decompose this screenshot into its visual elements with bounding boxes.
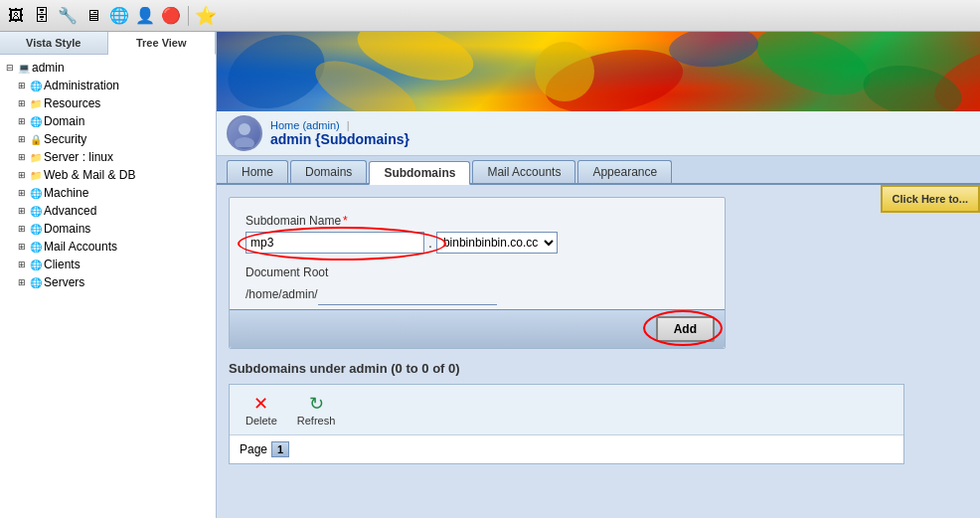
page-content: Click Here to... Subdomain Name* . binbi… xyxy=(217,185,980,518)
toolbar-star-btn[interactable]: ⭐ xyxy=(194,4,218,28)
sidebar-item-clients[interactable]: ⊞ 🌐 Clients xyxy=(0,256,216,273)
sidebar-item-resources[interactable]: ⊞ 📁 Resources xyxy=(0,94,216,112)
sidebar: Vista Style Tree View ⊟ 💻 admin ⊞ 🌐 Admi… xyxy=(0,32,217,518)
toolbar-btn-7[interactable]: 🔴 xyxy=(159,4,183,28)
add-button[interactable]: Add xyxy=(656,316,715,342)
sidebar-tab-tree[interactable]: Tree View xyxy=(108,32,217,55)
subdomain-dot: . xyxy=(428,235,432,251)
tab-home[interactable]: Home xyxy=(227,160,288,183)
breadcrumb-separator: | xyxy=(347,119,350,131)
toolbar-btn-6[interactable]: 👤 xyxy=(133,4,157,28)
tab-subdomains[interactable]: Subdomains xyxy=(369,161,470,185)
domain-icon: 🌐 xyxy=(30,116,42,127)
tree-expand-domain: ⊞ xyxy=(16,115,28,127)
toolbar-btn-4[interactable]: 🖥 xyxy=(82,4,105,28)
sidebar-item-mail-accounts[interactable]: ⊞ 🌐 Mail Accounts xyxy=(0,238,216,256)
tree-expand-security: ⊞ xyxy=(16,133,28,145)
toolbar: 🖼 🗄 🔧 🖥 🌐 👤 🔴 ⭐ xyxy=(0,0,980,32)
folder-icon: 📁 xyxy=(30,98,42,109)
tree-root[interactable]: ⊟ 💻 admin xyxy=(0,59,216,77)
refresh-label: Refresh xyxy=(297,415,336,427)
breadcrumb-top: Home (admin) | xyxy=(270,119,409,131)
delete-button[interactable]: ✕ Delete xyxy=(245,393,277,427)
toolbar-btn-5[interactable]: 🌐 xyxy=(107,4,131,28)
main-layout: Vista Style Tree View ⊟ 💻 admin ⊞ 🌐 Admi… xyxy=(0,32,980,518)
sidebar-item-domains[interactable]: ⊞ 🌐 Domains xyxy=(0,220,216,238)
tree-expand-mail: ⊞ xyxy=(16,241,28,253)
tree-label-root: admin xyxy=(32,61,65,75)
toolbar-btn-2[interactable]: 🗄 xyxy=(30,4,54,28)
sidebar-tab-vista[interactable]: Vista Style xyxy=(0,32,108,54)
domain-select[interactable]: binbinbinbin.co.cc xyxy=(436,232,558,254)
sidebar-item-advanced[interactable]: ⊞ 🌐 Advanced xyxy=(0,202,216,220)
advanced-icon: 🌐 xyxy=(30,206,42,217)
pagination: Page 1 xyxy=(230,435,903,463)
delete-label: Delete xyxy=(245,415,277,427)
breadcrumb-text: Home (admin) | admin {Subdomains} xyxy=(270,119,409,147)
subdomains-title: Subdomains under admin (0 to 0 of 0) xyxy=(229,361,968,376)
domains-icon: 🌐 xyxy=(30,224,42,235)
svg-point-6 xyxy=(667,32,759,71)
mail-icon: 🌐 xyxy=(30,242,42,253)
sidebar-label-mail-accounts: Mail Accounts xyxy=(44,240,117,254)
page-label: Page xyxy=(240,442,267,456)
sidebar-item-servers[interactable]: ⊞ 🌐 Servers xyxy=(0,273,216,291)
tree-expand-webmaildb: ⊞ xyxy=(16,169,28,181)
sidebar-item-webmaildb[interactable]: ⊞ 📁 Web & Mail & DB xyxy=(0,166,216,184)
tab-domains[interactable]: Domains xyxy=(290,160,367,183)
tab-appearance[interactable]: Appearance xyxy=(577,160,672,183)
banner-background xyxy=(217,32,980,111)
toolbar-btn-3[interactable]: 🔧 xyxy=(56,4,80,28)
breadcrumb-title: admin {Subdomains} xyxy=(270,131,409,147)
delete-icon: ✕ xyxy=(253,393,268,415)
sidebar-label-domains: Domains xyxy=(44,222,90,236)
doc-root-label: Document Root xyxy=(245,265,709,279)
tree-expand-clients: ⊞ xyxy=(16,259,28,270)
svg-point-7 xyxy=(535,42,594,101)
subdomains-section: Subdomains under admin (0 to 0 of 0) ✕ D… xyxy=(229,361,968,464)
tree-expand-root: ⊟ xyxy=(4,62,16,74)
sidebar-item-administration[interactable]: ⊞ 🌐 Administration xyxy=(0,77,216,94)
sidebar-item-server[interactable]: ⊞ 📁 Server : linux xyxy=(0,148,216,166)
banner-svg xyxy=(217,32,980,111)
sidebar-item-security[interactable]: ⊞ 🔒 Security xyxy=(0,130,216,148)
sidebar-label-servers: Servers xyxy=(44,275,84,289)
add-button-row: Add xyxy=(230,309,725,348)
refresh-icon: ↻ xyxy=(309,393,324,415)
banner xyxy=(217,32,980,111)
sidebar-item-domain[interactable]: ⊞ 🌐 Domain xyxy=(0,112,216,130)
svg-point-3 xyxy=(747,32,879,108)
subdomain-row: . binbinbinbin.co.cc xyxy=(245,232,709,254)
tab-mail-accounts[interactable]: Mail Accounts xyxy=(472,160,575,183)
subdomain-input[interactable] xyxy=(245,232,424,254)
tree-expand-machine: ⊞ xyxy=(16,187,28,199)
machine-icon: 🌐 xyxy=(30,188,42,199)
sidebar-item-machine[interactable]: ⊞ 🌐 Machine xyxy=(0,184,216,202)
sidebar-label-clients: Clients xyxy=(44,258,81,271)
sidebar-label-domain: Domain xyxy=(44,114,84,128)
clients-icon: 🌐 xyxy=(30,259,42,270)
server-folder-icon: 📁 xyxy=(30,152,42,163)
sidebar-label-advanced: Advanced xyxy=(44,204,96,218)
doc-root-input[interactable] xyxy=(318,283,497,305)
tree-expand-advanced: ⊞ xyxy=(16,205,28,217)
webmaildb-folder-icon: 📁 xyxy=(30,170,42,181)
required-indicator: * xyxy=(343,214,348,228)
tree-expand-server: ⊞ xyxy=(16,151,28,163)
sidebar-tree: ⊟ 💻 admin ⊞ 🌐 Administration ⊞ 📁 Resourc… xyxy=(0,55,216,518)
sidebar-label-resources: Resources xyxy=(44,96,100,110)
avatar xyxy=(227,115,262,151)
svg-point-9 xyxy=(239,123,250,135)
svg-point-10 xyxy=(235,137,254,147)
breadcrumb-home-link[interactable]: Home (admin) xyxy=(270,119,340,131)
subdomain-name-label: Subdomain Name* xyxy=(245,214,709,228)
sidebar-label-security: Security xyxy=(44,132,86,146)
toolbar-btn-1[interactable]: 🖼 xyxy=(4,4,28,28)
refresh-button[interactable]: ↻ Refresh xyxy=(297,393,336,427)
toolbar-separator xyxy=(188,6,189,26)
click-here-button[interactable]: Click Here to... xyxy=(881,185,980,213)
subdomains-table: ✕ Delete ↻ Refresh Page 1 xyxy=(229,384,904,464)
tree-icon-root: 💻 xyxy=(18,63,30,74)
doc-root-row: /home/admin/ xyxy=(245,283,709,305)
tree-expand-servers: ⊞ xyxy=(16,276,28,288)
